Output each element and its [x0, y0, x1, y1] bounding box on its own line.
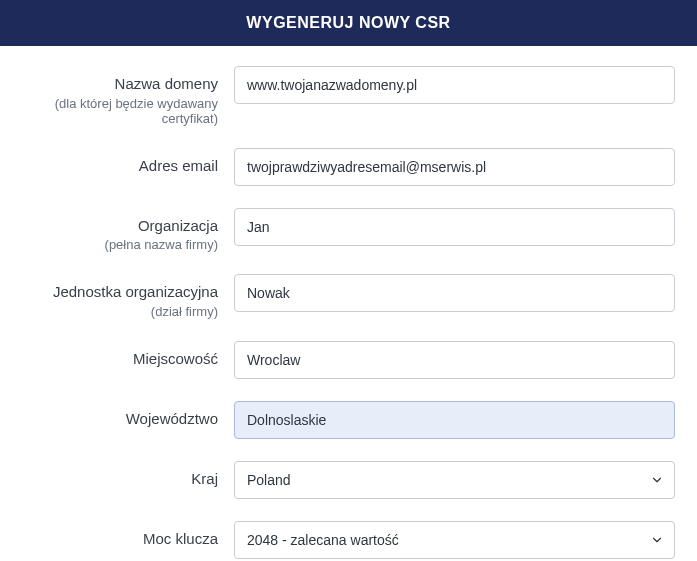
input-col [234, 341, 675, 379]
row-country: Kraj Poland [22, 461, 675, 499]
row-orgunit: Jednostka organizacyjna (dział firmy) [22, 274, 675, 319]
input-col: 2048 - zalecana wartość [234, 521, 675, 559]
domain-sublabel: (dla której będzie wydawany certyfikat) [22, 96, 218, 126]
row-organization: Organizacja (pełna nazwa firmy) [22, 208, 675, 253]
csr-form: Nazwa domeny (dla której będzie wydawany… [0, 46, 697, 561]
label-col: Kraj [22, 461, 234, 489]
header-title: WYGENERUJ NOWY CSR [246, 14, 450, 31]
keysize-label: Moc klucza [143, 530, 218, 547]
input-col [234, 208, 675, 246]
city-label: Miejscowość [133, 350, 218, 367]
email-label: Adres email [139, 157, 218, 174]
form-header: WYGENERUJ NOWY CSR [0, 0, 697, 46]
label-col: Jednostka organizacyjna (dział firmy) [22, 274, 234, 319]
label-col: Miejscowość [22, 341, 234, 369]
state-input[interactable] [234, 401, 675, 439]
input-col [234, 274, 675, 312]
input-col: Poland [234, 461, 675, 499]
label-col: Adres email [22, 148, 234, 176]
city-input[interactable] [234, 341, 675, 379]
row-state: Województwo [22, 401, 675, 439]
organization-label: Organizacja [138, 217, 218, 234]
email-input[interactable] [234, 148, 675, 186]
domain-input[interactable] [234, 66, 675, 104]
label-col: Nazwa domeny (dla której będzie wydawany… [22, 66, 234, 126]
row-email: Adres email [22, 148, 675, 186]
domain-label: Nazwa domeny [115, 75, 218, 92]
label-col: Moc klucza [22, 521, 234, 549]
orgunit-sublabel: (dział firmy) [22, 304, 218, 319]
row-city: Miejscowość [22, 341, 675, 379]
input-col [234, 401, 675, 439]
organization-sublabel: (pełna nazwa firmy) [22, 237, 218, 252]
country-label: Kraj [191, 470, 218, 487]
input-col [234, 148, 675, 186]
row-domain: Nazwa domeny (dla której będzie wydawany… [22, 66, 675, 126]
keysize-select[interactable]: 2048 - zalecana wartość [234, 521, 675, 559]
country-select[interactable]: Poland [234, 461, 675, 499]
input-col [234, 66, 675, 104]
label-col: Organizacja (pełna nazwa firmy) [22, 208, 234, 253]
orgunit-label: Jednostka organizacyjna [53, 283, 218, 300]
orgunit-input[interactable] [234, 274, 675, 312]
row-keysize: Moc klucza 2048 - zalecana wartość [22, 521, 675, 559]
organization-input[interactable] [234, 208, 675, 246]
label-col: Województwo [22, 401, 234, 429]
state-label: Województwo [126, 410, 218, 427]
